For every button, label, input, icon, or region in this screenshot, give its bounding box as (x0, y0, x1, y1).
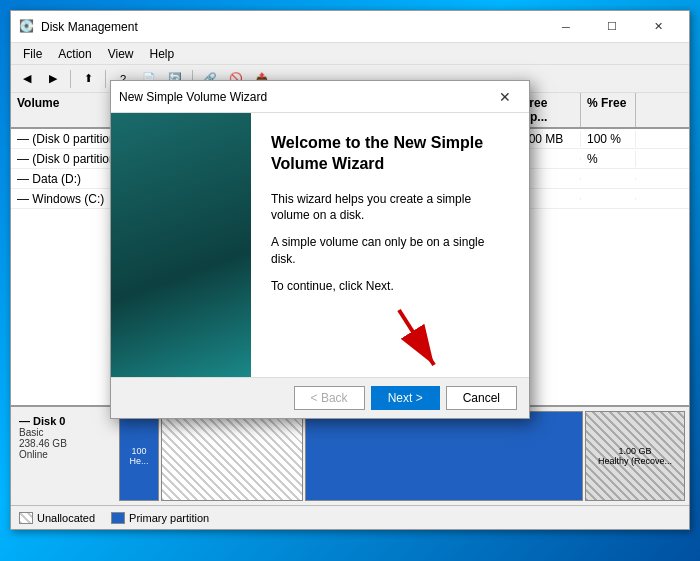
disk-panel: — Disk 0 Basic 238.46 GB Online 100He...… (11, 405, 689, 505)
legend-unallocated-box (19, 512, 33, 524)
toolbar-sep-1 (70, 70, 71, 88)
window-controls: ─ ☐ ✕ (543, 11, 681, 43)
wizard-main-title: Welcome to the New Simple Volume Wizard (271, 133, 509, 175)
menu-help[interactable]: Help (142, 45, 183, 63)
legend-primary: Primary partition (111, 512, 209, 524)
wizard-close-button[interactable]: ✕ (489, 83, 521, 111)
wizard-text-2: A simple volume can only be on a single … (271, 234, 509, 268)
wizard-footer: < Back Next > Cancel (111, 377, 529, 418)
disk-seg-unalloc1 (161, 411, 303, 501)
status-bar: Unallocated Primary partition (11, 505, 689, 529)
svg-line-1 (399, 310, 434, 365)
legend-primary-box (111, 512, 125, 524)
disk-seg-recovery: 1.00 GBHealthy (Recove... (585, 411, 685, 501)
row2-pct (581, 178, 636, 180)
wizard-text-1: This wizard helps you create a simple vo… (271, 191, 509, 225)
wizard-sidebar (111, 113, 251, 377)
wizard-text-3: To continue, click Next. (271, 278, 509, 295)
wizard-content: Welcome to the New Simple Volume Wizard … (251, 113, 529, 377)
wizard-dialog: New Simple Volume Wizard ✕ Welcome to th… (110, 80, 530, 419)
disk-label: — Disk 0 (19, 415, 111, 427)
toolbar-forward[interactable]: ▶ (41, 68, 65, 90)
disk-type: Basic (19, 427, 111, 438)
menu-action[interactable]: Action (50, 45, 99, 63)
toolbar-sep-2 (105, 70, 106, 88)
menu-bar: File Action View Help (11, 43, 689, 65)
wizard-body: Welcome to the New Simple Volume Wizard … (111, 113, 529, 377)
wizard-title-bar: New Simple Volume Wizard ✕ (111, 81, 529, 113)
toolbar-up[interactable]: ⬆ (76, 68, 100, 90)
back-button: < Back (294, 386, 365, 410)
menu-view[interactable]: View (100, 45, 142, 63)
arrow-container (271, 305, 509, 365)
disk-size: 238.46 GB (19, 438, 111, 449)
cancel-button[interactable]: Cancel (446, 386, 517, 410)
next-button[interactable]: Next > (371, 386, 440, 410)
disk-status: Online (19, 449, 111, 460)
disk-seg-main (305, 411, 583, 501)
legend-unallocated-label: Unallocated (37, 512, 95, 524)
disk-bars: 100He... 1.00 GBHealthy (Recove... (119, 411, 685, 501)
close-button[interactable]: ✕ (635, 11, 681, 43)
window-title: Disk Management (41, 20, 543, 34)
row0-pct: 100 % (581, 131, 636, 147)
disk-info: — Disk 0 Basic 238.46 GB Online (15, 411, 115, 501)
disk-seg-system: 100He... (119, 411, 159, 501)
row1-pct: % (581, 151, 636, 167)
legend-unallocated: Unallocated (19, 512, 95, 524)
maximize-button[interactable]: ☐ (589, 11, 635, 43)
col-header-pct: % Free (581, 93, 636, 127)
toolbar-back[interactable]: ◀ (15, 68, 39, 90)
row3-pct (581, 198, 636, 200)
legend-primary-label: Primary partition (129, 512, 209, 524)
title-bar: 💽 Disk Management ─ ☐ ✕ (11, 11, 689, 43)
minimize-button[interactable]: ─ (543, 11, 589, 43)
wizard-title-text: New Simple Volume Wizard (119, 90, 489, 104)
next-arrow (389, 305, 449, 375)
menu-file[interactable]: File (15, 45, 50, 63)
app-icon: 💽 (19, 19, 35, 35)
